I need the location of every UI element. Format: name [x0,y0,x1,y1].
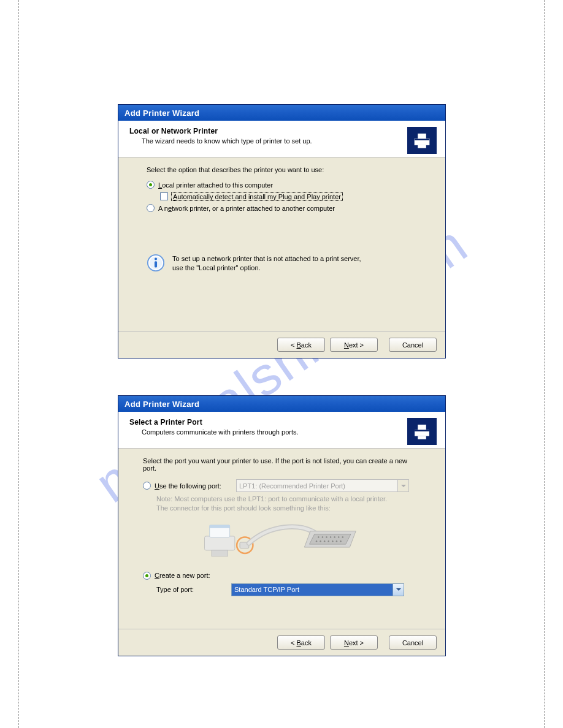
header-subtitle: Computers communicate with printers thro… [142,428,407,436]
svg-point-26 [320,540,321,542]
type-of-port-row: Type of port: Standard TCP/IP Port [156,583,434,596]
dialog-header: Select a Printer Port Computers communic… [118,412,445,449]
svg-rect-1 [418,134,426,139]
port-note: Note: Most computers use the LPT1: port … [156,495,434,513]
back-button[interactable]: < Back [277,635,325,650]
svg-rect-9 [418,425,426,430]
radio-network-indicator [147,204,155,212]
dialog-footer: < Back Next > Cancel [118,331,445,358]
info-icon [147,254,165,272]
svg-point-24 [342,536,343,537]
svg-rect-3 [415,138,429,140]
svg-point-21 [330,536,331,537]
checkbox-autodetect-box [160,192,168,200]
radio-use-port[interactable]: Use the following port: [143,482,230,490]
radio-create-label: Create a new port: [155,572,210,579]
checkbox-autodetect-label: Automatically detect and install my Plug… [172,193,342,200]
svg-point-28 [328,540,329,542]
instruction-text: Select the option that describes the pri… [147,166,434,173]
svg-rect-15 [212,550,228,556]
header-subtitle: The wizard needs to know which type of p… [142,137,407,145]
radio-use-label: Use the following port: [155,482,221,490]
radio-use-port-row: Use the following port: LPT1: (Recommend… [143,479,434,492]
add-printer-wizard-dialog-1: Add Printer Wizard Local or Network Prin… [118,104,446,358]
port-illustration [156,519,434,564]
svg-rect-14 [210,525,230,528]
radio-local-indicator [147,181,155,189]
cancel-button[interactable]: Cancel [389,338,437,352]
next-button[interactable]: Next > [330,635,378,650]
dialog-header: Local or Network Printer The wizard need… [118,121,445,157]
svg-point-19 [322,536,323,537]
next-button[interactable]: Next > [330,338,378,352]
svg-point-20 [326,536,327,537]
svg-rect-7 [155,261,157,267]
info-text: To set up a network printer that is not … [172,254,361,273]
svg-point-23 [338,536,339,537]
radio-create-indicator [143,572,151,580]
dialog-body: Select the option that describes the pri… [118,157,445,331]
titlebar-text: Add Printer Wizard [124,400,199,409]
titlebar-text: Add Printer Wizard [124,108,199,118]
instruction-text: Select the port you want your printer to… [143,457,416,472]
dialog-body: Select the port you want your printer to… [118,449,445,629]
svg-point-22 [334,536,335,537]
svg-point-31 [340,540,341,542]
svg-point-27 [324,540,325,542]
header-title: Select a Printer Port [129,418,407,427]
printer-icon [407,127,437,154]
header-title: Local or Network Printer [129,127,407,135]
chevron-down-icon[interactable] [393,584,404,596]
port-type-dropdown[interactable]: Standard TCP/IP Port [231,583,404,596]
svg-rect-11 [415,430,429,431]
radio-use-indicator [143,482,151,490]
svg-point-25 [316,540,317,542]
port-dropdown-value: LPT1: (Recommended Printer Port) [239,482,345,490]
port-type-value: Standard TCP/IP Port [234,586,299,593]
radio-local-label: Local printer attached to this computer [158,181,273,189]
radio-local-printer[interactable]: Local printer attached to this computer [147,181,434,189]
radio-network-printer[interactable]: A network printer, or a printer attached… [147,204,434,212]
back-button[interactable]: < Back [277,338,325,352]
svg-rect-10 [418,436,426,439]
radio-network-label: A network printer, or a printer attached… [158,205,335,212]
port-dropdown-disabled: LPT1: (Recommended Printer Port) [236,479,409,492]
radio-create-port[interactable]: Create a new port: [143,572,434,580]
printer-icon [407,418,437,445]
svg-point-18 [318,536,319,537]
cancel-button[interactable]: Cancel [389,635,437,650]
svg-point-6 [155,257,157,260]
type-of-port-label: Type of port: [156,586,225,593]
titlebar[interactable]: Add Printer Wizard [118,396,445,412]
chevron-down-icon [397,480,408,491]
svg-point-29 [332,540,333,542]
titlebar[interactable]: Add Printer Wizard [118,105,445,121]
svg-rect-12 [205,536,235,550]
svg-rect-2 [418,145,426,148]
dialog-footer: < Back Next > Cancel [118,629,445,656]
info-hint: To set up a network printer that is not … [147,254,434,273]
svg-point-30 [336,540,337,542]
add-printer-wizard-dialog-2: Add Printer Wizard Select a Printer Port… [118,395,446,656]
checkbox-autodetect[interactable]: Automatically detect and install my Plug… [160,192,434,200]
